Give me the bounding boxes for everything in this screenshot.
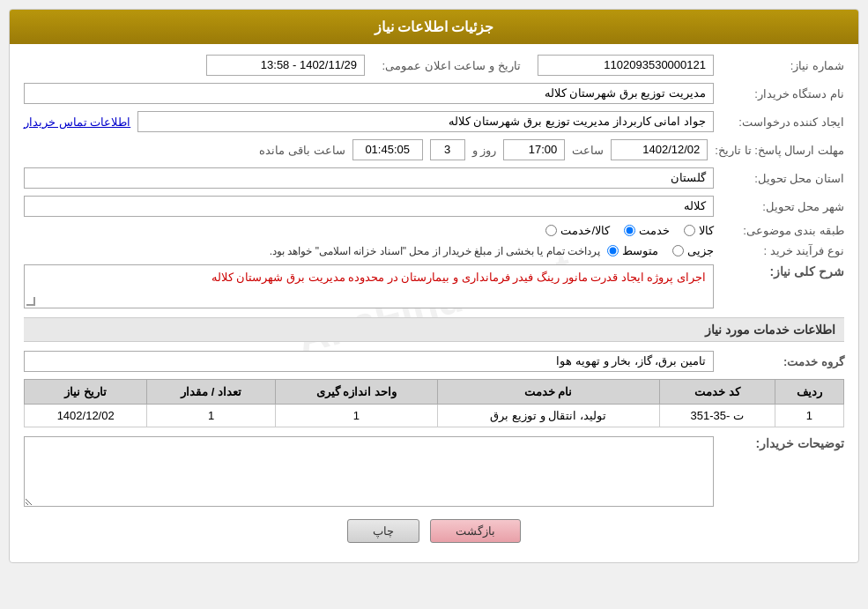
services-table: ردیف کد خدمت نام خدمت واحد اندازه گیری ت… <box>24 379 844 427</box>
radio-goods: کالا <box>684 224 714 237</box>
response-deadline-row: مهلت ارسال پاسخ: تا تاریخ: 1402/12/02 سا… <box>24 139 844 160</box>
response-remaining-label: ساعت باقی مانده <box>259 144 345 157</box>
need-number-row: شماره نیاز: 1102093530000121 تاریخ و ساع… <box>24 55 844 76</box>
service-group-value: تامین برق، گاز، بخار و تهویه هوا <box>24 351 714 372</box>
city-row: شهر محل تحویل: کلاله <box>24 196 844 217</box>
radio-partial: جزیی <box>672 244 714 257</box>
need-number-label: شماره نیاز: <box>721 59 844 72</box>
description-text: اجرای پروژه ایجاد قدرت مانور رینگ فیدر ف… <box>211 271 706 284</box>
buyer-org-label: نام دستگاه خریدار: <box>721 87 844 100</box>
buyer-notes-textarea[interactable] <box>24 436 714 507</box>
purchase-type-note: پرداخت تمام یا بخشی از مبلغ خریدار از مح… <box>24 245 600 257</box>
radio-partial-label: جزیی <box>687 244 714 257</box>
card-body: AnaFinder.net شماره نیاز: 11020935300001… <box>10 44 858 562</box>
radio-service-label: خدمت <box>639 224 670 237</box>
buyer-org-value: مدیریت توزیع برق شهرستان کلاله <box>24 83 714 104</box>
cell-quantity: 1 <box>147 405 276 427</box>
response-time-label: ساعت <box>572 144 604 157</box>
radio-both: کالا/خدمت <box>545 224 610 237</box>
print-button[interactable]: چاپ <box>347 519 419 543</box>
radio-both-label: کالا/خدمت <box>560 224 610 237</box>
province-value: گلستان <box>24 167 714 189</box>
radio-goods-label: کالا <box>699 224 714 237</box>
radio-service: خدمت <box>624 224 670 237</box>
buyer-notes-label: توضیحات خریدار: <box>721 436 844 450</box>
back-button[interactable]: بازگشت <box>430 519 521 543</box>
response-remaining-value: 01:45:05 <box>352 139 423 160</box>
announce-date-value: 1402/11/29 - 13:58 <box>206 55 365 76</box>
category-row: طبقه بندی موضوعی: کالا خدمت کالا/خدمت <box>24 224 844 237</box>
city-value: کلاله <box>24 196 714 217</box>
cell-unit: 1 <box>275 405 437 427</box>
description-value: اجرای پروژه ایجاد قدرت مانور رینگ فیدر ف… <box>24 264 714 308</box>
col-service-code: کد خدمت <box>659 380 775 405</box>
creator-row: ایجاد کننده درخواست: جواد امانی کاربرداز… <box>24 111 844 132</box>
header-title: جزئیات اطلاعات نیاز <box>375 19 494 34</box>
radio-medium-label: متوسط <box>622 244 658 257</box>
need-number-value: 1102093530000121 <box>538 55 714 76</box>
purchase-type-label: نوع فرآیند خرید : <box>721 244 844 257</box>
radio-medium: متوسط <box>607 244 658 257</box>
city-label: شهر محل تحویل: <box>721 200 844 213</box>
cell-date: 1402/12/02 <box>25 405 147 427</box>
province-row: استان محل تحویل: گلستان <box>24 167 844 189</box>
creator-label: ایجاد کننده درخواست: <box>721 115 844 129</box>
radio-partial-input[interactable] <box>672 245 684 256</box>
description-row: شرح کلی نیاز: اجرای پروژه ایجاد قدرت مان… <box>24 264 844 308</box>
main-card: جزئیات اطلاعات نیاز AnaFinder.net شماره … <box>9 9 859 563</box>
category-label: طبقه بندی موضوعی: <box>721 224 844 237</box>
creator-value: جواد امانی کاربرداز مدیریت توزیع برق شهر… <box>137 111 714 132</box>
radio-medium-input[interactable] <box>607 245 619 256</box>
announce-date-label: تاریخ و ساعت اعلان عمومی: <box>372 59 530 72</box>
purchase-type-radios: جزیی متوسط <box>607 244 714 257</box>
cell-service-code: ت -35-351 <box>659 405 775 427</box>
province-label: استان محل تحویل: <box>721 172 844 185</box>
cell-service-name: تولید، انتقال و توزیع برق <box>437 405 659 427</box>
service-group-row: گروه خدمت: تامین برق، گاز، بخار و تهویه … <box>24 351 844 372</box>
content: شماره نیاز: 1102093530000121 تاریخ و ساع… <box>24 55 844 552</box>
col-unit: واحد اندازه گیری <box>275 380 437 405</box>
table-row: 1 ت -35-351 تولید، انتقال و توزیع برق 1 … <box>25 405 844 427</box>
page-wrapper: جزئیات اطلاعات نیاز AnaFinder.net شماره … <box>0 0 868 609</box>
response-days-value: 3 <box>430 139 465 160</box>
cell-row-num: 1 <box>775 405 843 427</box>
card-header: جزئیات اطلاعات نیاز <box>10 10 858 44</box>
radio-both-input[interactable] <box>545 225 557 236</box>
description-label: شرح کلی نیاز: <box>721 264 844 279</box>
col-row-num: ردیف <box>775 380 843 405</box>
resize-handle <box>26 297 35 306</box>
col-service-name: نام خدمت <box>437 380 659 405</box>
buyer-notes-row: توضیحات خریدار: <box>24 436 844 507</box>
radio-goods-input[interactable] <box>684 225 695 236</box>
category-radios: کالا خدمت کالا/خدمت <box>545 224 714 237</box>
col-quantity: تعداد / مقدار <box>147 380 276 405</box>
services-section-title: اطلاعات خدمات مورد نیاز <box>24 317 844 342</box>
response-time-value: 17:00 <box>503 139 565 160</box>
response-days-label: روز و <box>472 144 497 157</box>
response-date-value: 1402/12/02 <box>611 139 708 160</box>
service-group-label: گروه خدمت: <box>721 355 844 368</box>
buyer-org-row: نام دستگاه خریدار: مدیریت توزیع برق شهرس… <box>24 83 844 104</box>
radio-service-input[interactable] <box>624 225 635 236</box>
button-row: بازگشت چاپ <box>24 519 844 552</box>
creator-link[interactable]: اطلاعات تماس خریدار <box>24 115 130 129</box>
response-deadline-label: مهلت ارسال پاسخ: تا تاریخ: <box>715 144 844 157</box>
col-date: تاریخ نیاز <box>25 380 147 405</box>
purchase-type-row: نوع فرآیند خرید : جزیی متوسط پرداخت تمام… <box>24 244 844 257</box>
